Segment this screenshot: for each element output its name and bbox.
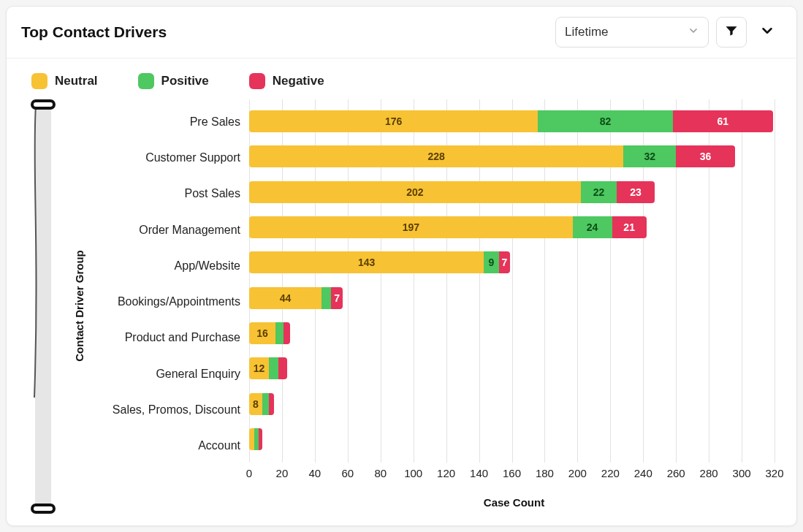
x-tick-label: 40 [309,467,321,479]
x-axis-label: Case Count [246,492,782,512]
legend-item-positive[interactable]: Positive [138,73,209,89]
bar-segment-negative[interactable]: 7 [331,287,343,309]
x-tick-label: 60 [341,467,354,479]
bar-row: 2022223 [249,177,775,208]
category-labels-col: Pre SalesCustomer SupportPost SalesOrder… [93,99,246,512]
bar-segment-positive[interactable]: 22 [581,181,617,203]
bar-row: 16 [249,318,775,349]
bar-segment-negative[interactable]: 36 [676,145,735,167]
bar-row: 1768261 [249,106,775,137]
x-tick-label: 260 [667,467,685,479]
legend-swatch [249,73,265,89]
bar-segment-negative[interactable]: 61 [673,110,773,132]
category-label: Bookings/Appointments [93,286,246,317]
bar-segment-negative[interactable] [259,428,262,450]
x-axis: 0204060801001201401601802002202402602803… [249,466,775,487]
widget-card: Top Contact Drivers Lifetime Neutral [6,6,797,526]
category-label: General Enquiry [93,359,246,390]
chevron-down-icon [688,25,699,40]
bar-segment-neutral[interactable]: 143 [249,251,484,273]
bar-segment-positive[interactable]: 32 [623,145,676,167]
x-tick-label: 0 [246,467,252,479]
bar-segment-positive[interactable]: 82 [538,110,672,132]
bar-segment-positive[interactable] [275,322,283,344]
bar-row: 2283236 [249,141,775,172]
chevron-down-icon [759,23,775,42]
plot-column: 1768261228323620222231972421143974471612… [246,99,782,512]
x-tick-label: 320 [765,467,783,479]
bar-segment-neutral[interactable]: 12 [249,357,269,379]
legend-swatch [31,73,47,89]
x-tick-label: 120 [437,467,455,479]
grid-line [775,99,775,463]
slider-handle-top[interactable] [31,99,56,110]
plot: 1768261228323620222231972421143974471612… [246,99,782,463]
category-label: Order Management [93,215,246,246]
bar-segment-neutral[interactable] [249,428,254,450]
filter-icon [724,23,739,41]
bar-segment-negative[interactable]: 21 [612,216,647,238]
slider-handle-bottom[interactable] [31,503,56,514]
bar-segment-negative[interactable]: 23 [617,181,655,203]
filter-button[interactable] [716,17,747,48]
legend-swatch [138,73,154,89]
x-tick-label: 180 [536,467,554,479]
bar-segment-neutral[interactable]: 16 [249,322,275,344]
widget-header: Top Contact Drivers Lifetime [7,7,796,58]
bar-segment-negative[interactable] [278,357,286,379]
chart-legend: Neutral Positive Negative [21,69,782,99]
category-label: Pre Sales [93,107,246,137]
x-tick-label: 300 [733,467,751,479]
category-label: Product and Purchase [93,322,246,353]
category-label: Sales, Promos, Discount [93,395,246,425]
bar-segment-positive[interactable] [262,393,269,415]
x-tick-label: 140 [470,467,488,479]
bar-segment-neutral[interactable]: 176 [249,110,538,132]
bar-row: 447 [249,283,775,314]
bar-segment-positive[interactable] [321,287,331,309]
y-axis-label-col: Contact Driver Group [65,99,93,512]
legend-item-negative[interactable]: Negative [249,73,324,89]
legend-label: Positive [161,74,209,88]
bar-row: 8 [249,389,775,419]
chart-area: Contact Driver Group Pre SalesCustomer S… [21,99,782,512]
widget-title: Top Contact Drivers [21,23,555,41]
bar-segment-negative[interactable] [283,322,290,344]
bar-segment-neutral[interactable]: 202 [249,181,581,203]
x-tick-label: 20 [276,467,289,479]
bar-row [249,424,775,455]
x-tick-label: 100 [404,467,422,479]
bar-segment-positive[interactable]: 9 [484,251,498,273]
slider-track [31,101,56,512]
timeframe-dropdown[interactable]: Lifetime [555,17,709,48]
bar-segment-positive[interactable]: 24 [573,216,612,238]
bar-segment-neutral[interactable]: 228 [249,145,623,167]
category-label: Customer Support [93,142,246,173]
bar-segment-neutral[interactable]: 44 [249,287,321,309]
x-tick-label: 280 [700,467,718,479]
category-label: Post Sales [93,178,246,209]
widget-body: Neutral Positive Negative [7,58,796,525]
vertical-range-slider[interactable] [21,99,65,512]
bar-segment-negative[interactable]: 7 [499,251,511,273]
bar-segment-neutral[interactable]: 8 [249,393,262,415]
legend-item-neutral[interactable]: Neutral [31,73,98,89]
x-tick-label: 220 [601,467,620,479]
slider-curve [34,105,38,398]
bar-segment-positive[interactable] [269,357,278,379]
bar-segment-negative[interactable] [269,393,274,415]
legend-label: Negative [273,74,324,88]
x-tick-label: 160 [503,467,521,479]
bar-segment-neutral[interactable]: 197 [249,216,573,238]
bar-row: 14397 [249,247,775,278]
x-tick-label: 240 [634,467,652,479]
x-tick-label: 80 [374,467,387,479]
legend-label: Neutral [55,74,98,88]
x-tick-label: 200 [568,467,587,479]
y-axis-label: Contact Driver Group [73,250,85,362]
bar-row: 12 [249,353,775,384]
category-label: App/Website [93,251,246,281]
bar-segment-positive[interactable] [254,428,259,450]
collapse-button[interactable] [753,18,782,47]
timeframe-value: Lifetime [565,25,609,39]
